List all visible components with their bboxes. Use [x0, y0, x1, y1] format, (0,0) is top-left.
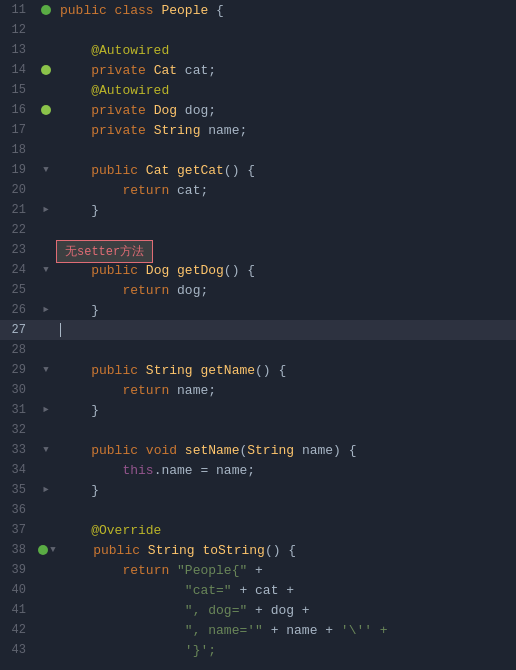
line-number: 30: [0, 383, 36, 397]
line-number: 19: [0, 163, 36, 177]
code-token: private: [91, 103, 153, 118]
code-line: 42 ", name='" + name + '\'' +: [0, 620, 516, 640]
fold-arrow-icon[interactable]: ▼: [43, 165, 48, 175]
code-token: dog;: [177, 283, 208, 298]
line-number: 26: [0, 303, 36, 317]
code-token: [62, 543, 93, 558]
code-line: 25 return dog;: [0, 280, 516, 300]
line-gutter: [36, 65, 56, 75]
fold-arrow-icon[interactable]: ▼: [43, 265, 48, 275]
code-line: 11public class People {: [0, 0, 516, 20]
line-code: return "People{" +: [56, 563, 516, 578]
line-number: 41: [0, 603, 36, 617]
code-token: () {: [224, 163, 255, 178]
line-gutter: [36, 105, 56, 115]
fold-arrow-icon[interactable]: ▼: [43, 445, 48, 455]
code-token: return: [122, 383, 177, 398]
fold-arrow-icon[interactable]: ►: [43, 485, 48, 495]
line-code: @Override: [56, 523, 516, 538]
code-line: 35► }: [0, 480, 516, 500]
fold-arrow-icon[interactable]: ►: [43, 405, 48, 415]
line-code: }: [56, 403, 516, 418]
code-token: [169, 263, 177, 278]
code-line: 38▼ public String toString() {: [0, 540, 516, 560]
line-code: ", dog=" + dog +: [56, 603, 516, 618]
code-token: [169, 163, 177, 178]
line-number: 32: [0, 423, 36, 437]
code-token: public: [93, 543, 148, 558]
code-line: 24▼ public Dog getDog() {: [0, 260, 516, 280]
code-token: String: [154, 123, 201, 138]
code-line: 19▼ public Cat getCat() {: [0, 160, 516, 180]
fold-arrow-icon[interactable]: ►: [43, 205, 48, 215]
code-line: 16 private Dog dog;: [0, 100, 516, 120]
code-token: this: [122, 463, 153, 478]
code-token: cat;: [177, 63, 216, 78]
line-code: this.name = name;: [56, 463, 516, 478]
line-number: 16: [0, 103, 36, 117]
code-content-area: 11public class People {1213 @Autowired14…: [0, 0, 516, 670]
line-code: private Dog dog;: [56, 103, 516, 118]
line-code: return dog;: [56, 283, 516, 298]
code-token: .name: [154, 463, 193, 478]
code-token: [60, 183, 122, 198]
code-token: Cat: [154, 63, 177, 78]
line-number: 42: [0, 623, 36, 637]
fold-arrow-icon[interactable]: ▼: [43, 365, 48, 375]
code-line: 13 @Autowired: [0, 40, 516, 60]
no-setter-tooltip: 无setter方法: [56, 240, 153, 263]
line-gutter: ▼: [36, 265, 56, 275]
code-token: toString: [202, 543, 264, 558]
code-token: public: [91, 443, 146, 458]
code-token: private: [91, 63, 153, 78]
code-line: 31► }: [0, 400, 516, 420]
code-token: public: [91, 163, 146, 178]
code-token: [60, 163, 91, 178]
code-token: [60, 363, 91, 378]
line-gutter: ►: [36, 485, 56, 495]
fold-arrow-icon[interactable]: ►: [43, 305, 48, 315]
line-number: 28: [0, 343, 36, 357]
code-token: [60, 103, 91, 118]
line-code: private Cat cat;: [56, 63, 516, 78]
code-token: [60, 583, 185, 598]
code-token: + name +: [263, 623, 341, 638]
line-code: }: [56, 203, 516, 218]
code-token: @Autowired: [60, 83, 169, 98]
code-token: [60, 623, 185, 638]
line-code: public Dog getDog() {: [56, 263, 516, 278]
line-number: 11: [0, 3, 36, 17]
line-code: ", name='" + name + '\'' +: [56, 623, 516, 638]
line-gutter: ▼: [36, 165, 56, 175]
line-number: 17: [0, 123, 36, 137]
line-number: 35: [0, 483, 36, 497]
code-line: 20 return cat;: [0, 180, 516, 200]
line-code: return cat;: [56, 183, 516, 198]
code-token: '\'' +: [341, 623, 388, 638]
code-line: 34 this.name = name;: [0, 460, 516, 480]
breakpoint-icon[interactable]: [41, 5, 51, 15]
code-token: [60, 463, 122, 478]
code-token: @Override: [60, 523, 161, 538]
line-number: 15: [0, 83, 36, 97]
code-token: [60, 283, 122, 298]
code-token: name) {: [294, 443, 356, 458]
debug-run-icon: [38, 545, 48, 555]
fold-arrow-icon[interactable]: ▼: [50, 545, 55, 555]
code-line: 43 '}';: [0, 640, 516, 660]
code-line: 33▼ public void setName(String name) {: [0, 440, 516, 460]
line-code: return name;: [56, 383, 516, 398]
code-line: 21► }: [0, 200, 516, 220]
code-token: dog;: [177, 103, 216, 118]
code-line: 17 private String name;: [0, 120, 516, 140]
code-token: +: [247, 563, 263, 578]
line-code: "cat=" + cat +: [56, 583, 516, 598]
code-line: 22: [0, 220, 516, 240]
code-line: 37 @Override: [0, 520, 516, 540]
line-code: @Autowired: [56, 43, 516, 58]
code-token: {: [208, 3, 224, 18]
code-token: private: [91, 123, 153, 138]
line-code: public String getName() {: [56, 363, 516, 378]
line-code: public Cat getCat() {: [56, 163, 516, 178]
line-number: 37: [0, 523, 36, 537]
